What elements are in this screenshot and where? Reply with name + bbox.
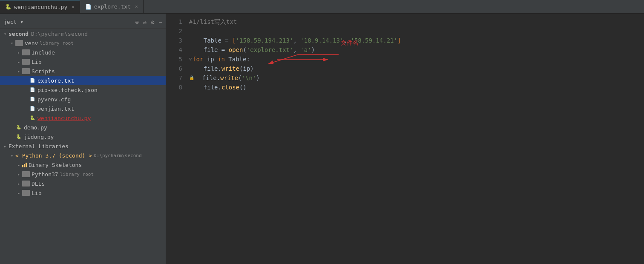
arrow-extlib: ▸ — [2, 144, 9, 149]
arrow-scripts: ▸ — [15, 69, 22, 74]
file-explore-icon: 📄 — [29, 77, 36, 83]
tab-explore-txt[interactable]: 📄 explore.txt × — [80, 0, 144, 13]
folder-py37root-icon — [22, 171, 30, 177]
tree-item-lib2[interactable]: ▸ Lib — [0, 188, 166, 198]
arrow-include: ▸ — [15, 50, 22, 55]
arrow-venv: ▾ — [9, 41, 15, 46]
code-for: for — [193, 55, 203, 64]
python37-badge: library root — [60, 172, 94, 177]
code-ip1: '158.59.194.213' — [236, 36, 293, 45]
line-num-5: 5 — [166, 55, 182, 64]
explore-txt-label: explore.txt — [37, 77, 74, 84]
tree-item-jidong[interactable]: 🐍 jidong.py — [0, 132, 166, 141]
venv-label: venv — [25, 40, 38, 46]
file-pyvenv-icon: 📄 — [29, 96, 36, 102]
wenjian-label: wenjian.txt — [37, 106, 74, 112]
code-paren7b: ) — [256, 73, 259, 83]
line-num-8: 8 — [166, 83, 182, 92]
file-pip-icon: 📄 — [29, 87, 36, 93]
tab-close-explore[interactable]: × — [135, 4, 138, 9]
py37-label: < Python 3.7 (second) > — [15, 152, 92, 159]
code-comma1: , — [293, 36, 300, 45]
tree-item-explore-txt[interactable]: 📄 explore.txt — [0, 76, 166, 85]
minus-icon[interactable]: − — [159, 19, 162, 26]
line-num-6: 6 — [166, 64, 182, 73]
tree-item-pip-json[interactable]: 📄 pip-selfcheck.json — [0, 85, 166, 95]
pip-json-label: pip-selfcheck.json — [37, 87, 98, 93]
jidong-label: jidong.py — [24, 134, 54, 140]
arrow-binary: ▸ — [15, 163, 22, 167]
code-indent-3 — [189, 36, 204, 45]
tree-item-pyvenv[interactable]: 📄 pyvenv.cfg — [0, 95, 166, 104]
folder-include-icon — [22, 49, 30, 55]
line-num-1: 1 — [166, 17, 182, 26]
code-token-comment: #1/list写入txt — [189, 17, 237, 26]
arrow-second: ▾ — [2, 32, 9, 36]
code-file8: file. — [204, 83, 221, 92]
sidebar: ject ▾ ⊕ ⇌ ⚙ − ▾ second D:\pycharm\secon… — [0, 14, 166, 264]
scripts-label: Scripts — [32, 68, 55, 75]
tree-item-lib[interactable]: ▸ Lib — [0, 57, 166, 66]
code-paren8: () — [239, 83, 247, 92]
code-indent-6 — [189, 64, 204, 73]
tree-item-dlls[interactable]: ▸ DLLs — [0, 179, 166, 188]
code-paren2: ) — [311, 45, 315, 55]
arrow-py37root: ▸ — [15, 172, 22, 177]
pyvenv-label: pyvenv.cfg — [37, 96, 71, 103]
code-indent-7 — [195, 73, 202, 83]
tree-item-python37-root[interactable]: ▸ Python37 library root — [0, 169, 166, 179]
code-line-6: file. write (ip) — [189, 64, 644, 73]
code-file-var: file — [204, 45, 218, 55]
globe-icon[interactable]: ⊕ — [135, 19, 138, 26]
code-area: 1 2 3 4 5 6 7 8 #1/list写入txt Ta — [166, 14, 644, 264]
folder-dlls-icon — [22, 181, 30, 187]
tree-item-include[interactable]: ▸ Include — [0, 48, 166, 57]
arrow-py37: ▾ — [9, 153, 15, 158]
split-icon[interactable]: ⇌ — [143, 19, 147, 26]
dlls-label: DLLs — [32, 181, 45, 187]
py37-badge: D:\pycharm\second — [94, 153, 142, 158]
line-num-4: 4 — [166, 45, 182, 55]
tree-item-scripts[interactable]: ▸ Scripts — [0, 66, 166, 76]
file-wenjian-icon: 📄 — [29, 106, 36, 112]
folder-venv-icon — [15, 40, 23, 46]
tab-close-wenjiancunchu[interactable]: × — [72, 4, 75, 10]
tree-item-external-libs[interactable]: ▸ External Libraries — [0, 141, 166, 151]
code-eq: = — [221, 36, 232, 45]
py-icon: 🐍 — [5, 4, 12, 10]
code-table-var: Table — [204, 36, 221, 45]
annotation-text-wenjiancunming: 文件名 — [341, 38, 359, 48]
tree-item-venv[interactable]: ▾ venv library root — [0, 38, 166, 48]
tree-item-demo[interactable]: 🐍 demo.py — [0, 123, 166, 132]
tab-wenjiancunchu-py[interactable]: 🐍 wenjiancunchu.py × — [0, 0, 80, 13]
code-newline: '\n' — [242, 73, 256, 83]
arrow-lib2: ▸ — [15, 191, 22, 195]
tree-item-wenjian[interactable]: 📄 wenjian.txt — [0, 104, 166, 113]
code-write7: write — [220, 73, 238, 83]
binary-skeletons-label: Binary Skeletons — [29, 162, 82, 168]
code-close8: close — [221, 83, 239, 92]
tree-item-binary-skeletons[interactable]: ▸ Binary Skeletons — [0, 160, 166, 169]
code-line-3: Table = [ '158.59.194.213' , '18.9.14.13… — [189, 36, 644, 45]
venv-badge: library root — [40, 40, 73, 46]
gear-icon[interactable]: ⚙ — [151, 19, 154, 26]
code-mode: 'a' — [300, 45, 311, 55]
file-jidong-icon: 🐍 — [15, 134, 22, 140]
code-in: in — [218, 55, 225, 64]
demo-label: demo.py — [24, 124, 47, 131]
code-line-8: file. close () — [189, 83, 644, 92]
second-label: second — [9, 31, 29, 37]
folder-lib-icon — [22, 59, 30, 65]
code-line-7: 🔒 file. write ( '\n' ) — [189, 73, 644, 83]
tree-item-python37[interactable]: ▾ < Python 3.7 (second) > D:\pycharm\sec… — [0, 151, 166, 160]
include-label: Include — [32, 49, 55, 56]
code-line-1: #1/list写入txt — [189, 17, 644, 26]
tree-item-second[interactable]: ▾ second D:\pycharm\second — [0, 29, 166, 38]
tree-item-wenjiancunchu[interactable]: 🐍 wenjiancunchu.py — [0, 113, 166, 123]
code-eq2: = — [218, 45, 228, 55]
code-content[interactable]: #1/list写入txt Table = [ '158.59.194.213' … — [187, 17, 644, 261]
main-area: ject ▾ ⊕ ⇌ ⚙ − ▾ second D:\pycharm\secon… — [0, 14, 644, 264]
code-file6: file. — [204, 64, 221, 73]
lock-icon-7: 🔒 — [189, 73, 194, 83]
code-file7: file. — [202, 73, 220, 83]
